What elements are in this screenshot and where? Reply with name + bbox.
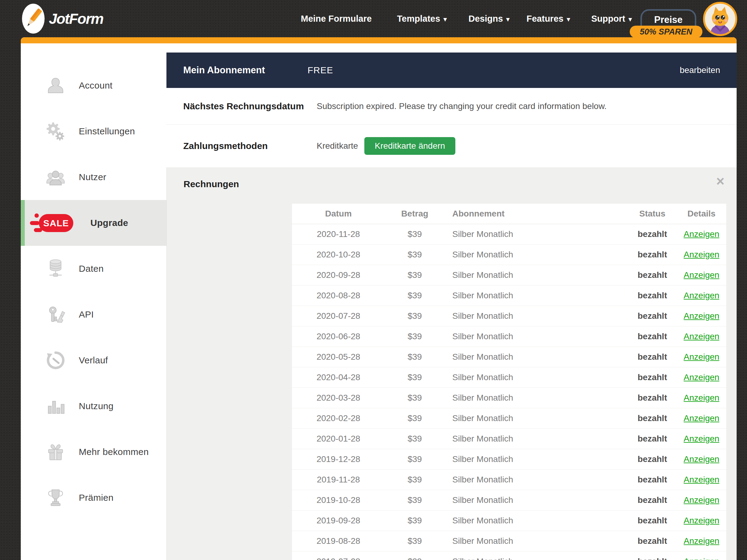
invoice-date: 2019-11-28 [292,475,385,485]
sidebar-item-account[interactable]: Account [21,62,166,108]
sidebar-item-nutzung[interactable]: Nutzung [21,383,166,429]
subscription-panel: Mein Abonnement FREE bearbeiten Nächstes… [166,43,737,560]
sale-badge-icon: SALE [30,213,82,232]
invoice-amount: $39 [385,352,445,362]
invoice-status: bezahlt [628,454,677,464]
invoice-date: 2020-09-28 [292,270,385,280]
account-card: Account [21,37,737,560]
invoice-status: bezahlt [628,352,677,362]
invoice-amount: $39 [385,434,445,444]
invoice-details-link[interactable]: Anzeigen [684,373,720,382]
invoice-details-link[interactable]: Anzeigen [684,557,720,560]
sidebar: Account [21,43,166,560]
invoice-row: 2020-09-28 $39 Silber Monatlich bezahlt … [292,265,726,286]
invoice-details-link[interactable]: Anzeigen [684,352,720,362]
invoice-details-link[interactable]: Anzeigen [684,229,720,239]
invoice-date: 2019-12-28 [292,454,385,464]
invoice-amount: $39 [385,311,445,321]
discount-badge[interactable]: 50% SPAREN [630,26,702,38]
sidebar-item-mehr-bekommen[interactable]: Mehr bekommen [21,429,166,475]
invoice-row: 2020-01-28 $39 Silber Monatlich bezahlt … [292,429,726,449]
sidebar-item-nutzer[interactable]: Nutzer [21,154,166,200]
nav-item-support[interactable]: Support ▾ [591,0,632,37]
sidebar-item-upgrade[interactable]: SALE Upgrade [21,200,166,246]
invoice-details-link[interactable]: Anzeigen [684,454,720,464]
invoice-details-link[interactable]: Anzeigen [684,536,720,545]
invoice-amount: $39 [385,229,445,239]
invoice-details-link[interactable]: Anzeigen [684,291,720,300]
invoice-status: bezahlt [628,393,677,403]
key-icon [45,303,67,325]
invoice-details-link[interactable]: Anzeigen [684,311,720,321]
invoice-plan: Silber Monatlich [445,373,628,382]
edit-subscription-link[interactable]: bearbeiten [680,65,720,75]
invoice-details-link[interactable]: Anzeigen [684,495,720,505]
invoice-details-link[interactable]: Anzeigen [684,414,720,423]
sidebar-item-daten[interactable]: Daten [21,246,166,292]
invoice-row: 2019-12-28 $39 Silber Monatlich bezahlt … [292,449,726,470]
invoice-details-link[interactable]: Anzeigen [684,393,720,402]
invoices-table-body: 2020-11-28 $39 Silber Monatlich bezahlt … [292,224,726,560]
column-header-betrag: Betrag [385,209,445,219]
invoice-plan: Silber Monatlich [445,311,628,321]
invoice-amount: $39 [385,414,445,423]
sidebar-item-praemien[interactable]: Prämien [21,475,166,521]
column-header-abonnement: Abonnement [445,209,628,219]
nav-item-templates[interactable]: Templates ▾ [397,0,447,37]
next-billing-value: Subscription expired. Please try changin… [317,101,607,111]
bar-chart-icon [45,395,67,417]
change-credit-card-button[interactable]: Kreditkarte ändern [364,137,455,155]
invoice-row: 2020-07-28 $39 Silber Monatlich bezahlt … [292,306,726,326]
chevron-down-icon: ▾ [567,16,570,23]
invoice-row: 2019-07-28 $39 Silber Monatlich bezahlt … [292,552,726,560]
invoice-row: 2020-08-28 $39 Silber Monatlich bezahlt … [292,286,726,306]
subscription-header-bar: Mein Abonnement FREE bearbeiten [166,53,737,88]
invoice-details-link[interactable]: Anzeigen [684,250,720,259]
invoice-amount: $39 [385,250,445,260]
invoice-date: 2019-09-28 [292,516,385,526]
nav-item-features[interactable]: Features ▾ [526,0,570,37]
sidebar-item-verlauf[interactable]: Verlauf [21,338,166,383]
close-icon[interactable]: × [716,174,724,188]
invoice-amount: $39 [385,331,445,341]
invoice-date: 2019-07-28 [292,557,385,560]
invoice-status: bezahlt [628,414,677,423]
invoice-status: bezahlt [628,270,677,280]
nav-item-designs[interactable]: Designs ▾ [468,0,509,37]
gift-icon [45,441,67,463]
jotform-logo[interactable]: JotForm [21,2,103,35]
invoice-details-link[interactable]: Anzeigen [684,434,720,443]
invoice-date: 2020-01-28 [292,434,385,444]
sidebar-item-api[interactable]: API [21,292,166,338]
invoice-row: 2020-05-28 $39 Silber Monatlich bezahlt … [292,347,726,367]
invoice-row: 2020-04-28 $39 Silber Monatlich bezahlt … [292,367,726,388]
nav-item-meine-formulare[interactable]: Meine Formulare [301,0,372,37]
invoice-amount: $39 [385,270,445,280]
invoice-amount: $39 [385,475,445,485]
invoice-details-link[interactable]: Anzeigen [684,516,720,525]
invoice-amount: $39 [385,516,445,526]
invoice-date: 2020-05-28 [292,352,385,362]
invoice-row: 2020-11-28 $39 Silber Monatlich bezahlt … [292,224,726,245]
invoice-status: bezahlt [628,557,677,560]
invoices-section: Rechnungen × Datum Betrag Abonnement Sta… [166,167,737,560]
invoice-amount: $39 [385,557,445,560]
invoices-title: Rechnungen [184,179,239,189]
invoice-date: 2020-08-28 [292,291,385,300]
invoice-date: 2020-10-28 [292,250,385,260]
sidebar-item-einstellungen[interactable]: Einstellungen [21,108,166,154]
database-icon [45,258,67,280]
invoice-row: 2019-09-28 $39 Silber Monatlich bezahlt … [292,510,726,531]
invoice-date: 2020-07-28 [292,311,385,321]
trophy-icon [45,487,67,509]
invoice-plan: Silber Monatlich [445,516,628,526]
card-top-accent [21,37,737,43]
invoice-details-link[interactable]: Anzeigen [684,331,720,341]
invoice-amount: $39 [385,536,445,546]
pricing-label: Preise [642,15,695,25]
invoice-details-link[interactable]: Anzeigen [684,475,720,484]
avatar[interactable] [703,2,737,36]
invoice-details-link[interactable]: Anzeigen [684,270,720,280]
user-icon [45,75,67,97]
invoice-status: bezahlt [628,250,677,260]
